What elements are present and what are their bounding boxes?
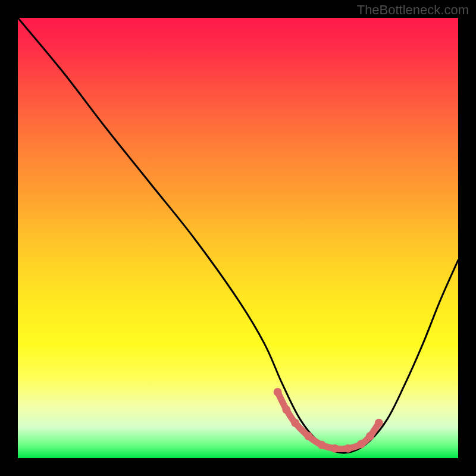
optimal-zone-dot [291,419,299,427]
optimal-zone-dot [357,440,365,448]
performance-curve-path [18,18,458,453]
optimal-zone-dot [375,419,383,427]
optimal-zone-dot [331,444,339,453]
optimal-zone-dot [344,444,352,453]
optimal-zone-dot [304,432,312,440]
curve-svg [18,18,458,458]
watermark-text: TheBottleneck.com [357,2,469,18]
chart-area [18,18,458,458]
optimal-zone-dot [274,388,282,396]
optimal-zone-dot [366,432,374,440]
optimal-zone-dot [318,441,326,449]
optimal-zone-dot [282,406,290,414]
